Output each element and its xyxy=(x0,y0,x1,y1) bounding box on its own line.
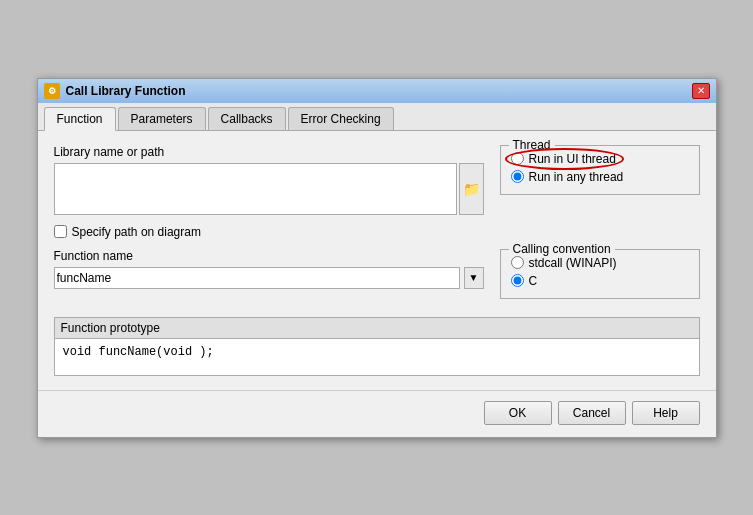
thread-any-label: Run in any thread xyxy=(529,170,624,184)
function-name-dropdown-arrow[interactable]: ▼ xyxy=(464,267,484,289)
window-icon: ⚙ xyxy=(44,83,60,99)
thread-group: Thread Run in UI thread Run in any threa… xyxy=(500,145,700,195)
function-name-row: Function name ▼ Calling convention stdca… xyxy=(54,249,700,307)
tab-function[interactable]: Function xyxy=(44,107,116,131)
cancel-button[interactable]: Cancel xyxy=(558,401,626,425)
calling-convention-col: Calling convention stdcall (WINAPI) C xyxy=(500,249,700,307)
prototype-section: Function prototype void funcName(void ); xyxy=(54,317,700,376)
tab-content: Library name or path 📁 Thread Run in UI … xyxy=(38,131,716,390)
thread-any-radio[interactable] xyxy=(511,170,524,183)
main-window: ⚙ Call Library Function ✕ Function Param… xyxy=(37,78,717,438)
browse-button[interactable]: 📁 xyxy=(459,163,483,215)
c-radio[interactable] xyxy=(511,274,524,287)
thread-ui-label: Run in UI thread xyxy=(529,152,616,166)
stdcall-radio[interactable] xyxy=(511,256,524,269)
thread-group-title: Thread xyxy=(509,138,555,152)
title-bar: ⚙ Call Library Function ✕ xyxy=(38,79,716,103)
function-name-col: Function name ▼ xyxy=(54,249,484,289)
tab-bar: Function Parameters Callbacks Error Chec… xyxy=(38,103,716,131)
left-column: Library name or path 📁 xyxy=(54,145,484,215)
tab-error-checking[interactable]: Error Checking xyxy=(288,107,394,130)
calling-convention-group: Calling convention stdcall (WINAPI) C xyxy=(500,249,700,299)
specify-path-row: Specify path on diagram xyxy=(54,225,700,239)
top-row: Library name or path 📁 Thread Run in UI … xyxy=(54,145,700,215)
specify-path-label: Specify path on diagram xyxy=(72,225,201,239)
ok-button[interactable]: OK xyxy=(484,401,552,425)
c-row: C xyxy=(511,274,689,288)
close-button[interactable]: ✕ xyxy=(692,83,710,99)
stdcall-row: stdcall (WINAPI) xyxy=(511,256,689,270)
function-name-select-row: ▼ xyxy=(54,267,484,289)
thread-ui-row: Run in UI thread xyxy=(511,152,689,166)
calling-convention-title: Calling convention xyxy=(509,242,615,256)
thread-ui-radio[interactable] xyxy=(511,152,524,165)
c-label: C xyxy=(529,274,538,288)
help-button[interactable]: Help xyxy=(632,401,700,425)
tab-callbacks[interactable]: Callbacks xyxy=(208,107,286,130)
right-column: Thread Run in UI thread Run in any threa… xyxy=(500,145,700,203)
specify-path-checkbox[interactable] xyxy=(54,225,67,238)
window-title: Call Library Function xyxy=(66,84,186,98)
function-name-label: Function name xyxy=(54,249,484,263)
prototype-value: void funcName(void ); xyxy=(54,338,700,376)
footer: OK Cancel Help xyxy=(38,390,716,437)
tab-parameters[interactable]: Parameters xyxy=(118,107,206,130)
thread-ui-circled: Run in UI thread xyxy=(511,152,616,166)
stdcall-label: stdcall (WINAPI) xyxy=(529,256,617,270)
thread-any-row: Run in any thread xyxy=(511,170,689,184)
function-name-input[interactable] xyxy=(54,267,460,289)
library-label: Library name or path xyxy=(54,145,484,159)
library-input[interactable] xyxy=(54,163,458,215)
prototype-label: Function prototype xyxy=(54,317,700,338)
title-bar-left: ⚙ Call Library Function xyxy=(44,83,186,99)
library-input-group: 📁 xyxy=(54,163,484,215)
